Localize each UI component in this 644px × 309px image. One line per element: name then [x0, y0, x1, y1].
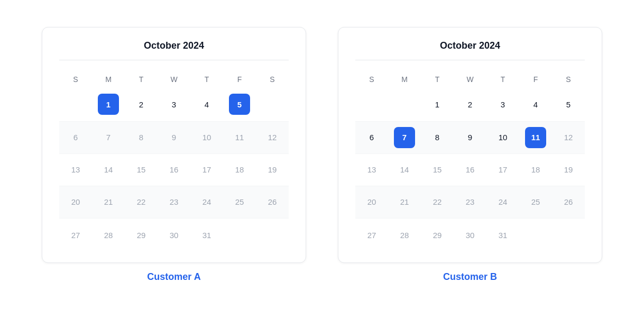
day-of-week-header: F — [519, 71, 552, 88]
calendar-day-cell[interactable]: 25 — [519, 186, 552, 218]
calendar-day-cell[interactable]: 6 — [355, 121, 388, 153]
calendar-day-cell[interactable]: 16 — [454, 153, 486, 186]
calendars-container: October 2024SMTWTFS123456789101112131415… — [0, 16, 644, 293]
calendar-day-cell[interactable]: 1 — [421, 88, 454, 122]
calendar-day-cell[interactable]: 1 — [92, 88, 125, 122]
calendar-day-cell[interactable]: 29 — [125, 218, 158, 252]
day-of-week-header: W — [454, 71, 486, 88]
calendar-day-cell[interactable]: 20 — [355, 186, 388, 218]
calendar-a-customer-label: Customer A — [147, 271, 200, 283]
day-of-week-header: S — [355, 71, 388, 88]
calendar-b-grid: SMTWTFS123456789101112131415161718192021… — [355, 71, 585, 252]
calendar-day-cell[interactable]: 18 — [223, 153, 256, 186]
calendar-day-cell[interactable]: 31 — [190, 218, 223, 252]
day-of-week-header: T — [125, 71, 158, 88]
calendar-day-cell[interactable]: 10 — [486, 121, 519, 153]
calendar-b-customer-label: Customer B — [443, 271, 497, 283]
calendar-day-cell[interactable]: 15 — [125, 153, 158, 186]
calendar-day-cell[interactable]: 7 — [388, 121, 421, 153]
calendar-a-header: October 2024 — [59, 40, 289, 60]
calendar-day-cell[interactable]: 30 — [158, 218, 190, 252]
calendar-day-cell[interactable]: 17 — [190, 153, 223, 186]
calendar-day-cell[interactable]: 11 — [519, 121, 552, 153]
calendar-day-cell[interactable]: 15 — [421, 153, 454, 186]
calendar-day-cell[interactable]: 24 — [486, 186, 519, 218]
calendar-day-cell[interactable]: 16 — [158, 153, 190, 186]
calendar-day-cell[interactable]: 8 — [421, 121, 454, 153]
calendar-day-cell[interactable]: 29 — [421, 218, 454, 252]
calendar-day-cell[interactable]: 3 — [158, 88, 190, 122]
calendar-day-cell[interactable]: 22 — [125, 186, 158, 218]
day-of-week-header: F — [223, 71, 256, 88]
calendar-a-grid: SMTWTFS123456789101112131415161718192021… — [59, 71, 289, 252]
calendar-day-cell — [223, 218, 256, 252]
calendar-day-cell[interactable]: 23 — [454, 186, 486, 218]
calendar-day-cell — [59, 88, 92, 122]
calendar-day-cell[interactable]: 27 — [355, 218, 388, 252]
calendar-day-cell[interactable]: 19 — [256, 153, 289, 186]
calendar-day-cell[interactable]: 14 — [388, 153, 421, 186]
calendar-day-cell[interactable]: 12 — [552, 121, 585, 153]
calendar-day-cell — [355, 88, 388, 122]
calendar-day-cell[interactable]: 21 — [92, 186, 125, 218]
calendar-day-cell[interactable]: 18 — [519, 153, 552, 186]
day-of-week-header: W — [158, 71, 190, 88]
day-of-week-header: S — [552, 71, 585, 88]
calendar-day-cell[interactable]: 23 — [158, 186, 190, 218]
calendar-day-cell[interactable]: 28 — [92, 218, 125, 252]
calendar-day-cell — [388, 88, 421, 122]
calendar-day-cell[interactable]: 2 — [454, 88, 486, 122]
calendar-day-cell[interactable]: 22 — [421, 186, 454, 218]
calendar-day-cell[interactable]: 24 — [190, 186, 223, 218]
calendar-a: October 2024SMTWTFS123456789101112131415… — [42, 27, 306, 263]
calendar-day-cell[interactable]: 5 — [223, 88, 256, 122]
day-of-week-header: T — [421, 71, 454, 88]
calendar-day-cell[interactable]: 10 — [190, 121, 223, 153]
calendar-day-cell[interactable]: 4 — [519, 88, 552, 122]
calendar-day-cell[interactable]: 8 — [125, 121, 158, 153]
calendar-day-cell[interactable]: 11 — [223, 121, 256, 153]
calendar-day-cell[interactable]: 9 — [454, 121, 486, 153]
calendar-day-cell[interactable]: 28 — [388, 218, 421, 252]
day-of-week-header: S — [256, 71, 289, 88]
day-of-week-header: S — [59, 71, 92, 88]
calendar-wrapper-calendar-b: October 2024SMTWTFS123456789101112131415… — [338, 27, 602, 283]
calendar-day-cell[interactable]: 25 — [223, 186, 256, 218]
calendar-day-cell[interactable]: 12 — [256, 121, 289, 153]
calendar-day-cell[interactable]: 13 — [59, 153, 92, 186]
calendar-b-header: October 2024 — [355, 40, 585, 60]
calendar-day-cell[interactable]: 5 — [552, 88, 585, 122]
calendar-day-cell[interactable]: 26 — [552, 186, 585, 218]
day-of-week-header: M — [388, 71, 421, 88]
calendar-day-cell[interactable]: 3 — [486, 88, 519, 122]
calendar-day-cell[interactable]: 31 — [486, 218, 519, 252]
calendar-day-cell — [256, 88, 289, 122]
day-of-week-header: M — [92, 71, 125, 88]
calendar-day-cell[interactable]: 14 — [92, 153, 125, 186]
day-of-week-header: T — [486, 71, 519, 88]
calendar-day-cell[interactable]: 21 — [388, 186, 421, 218]
calendar-day-cell[interactable]: 30 — [454, 218, 486, 252]
calendar-day-cell[interactable]: 4 — [190, 88, 223, 122]
calendar-wrapper-calendar-a: October 2024SMTWTFS123456789101112131415… — [42, 27, 306, 283]
calendar-day-cell[interactable]: 26 — [256, 186, 289, 218]
calendar-day-cell[interactable]: 2 — [125, 88, 158, 122]
calendar-day-cell[interactable]: 27 — [59, 218, 92, 252]
calendar-day-cell[interactable]: 20 — [59, 186, 92, 218]
calendar-day-cell[interactable]: 9 — [158, 121, 190, 153]
calendar-day-cell[interactable]: 13 — [355, 153, 388, 186]
calendar-day-cell — [256, 218, 289, 252]
calendar-day-cell[interactable]: 6 — [59, 121, 92, 153]
calendar-day-cell[interactable]: 17 — [486, 153, 519, 186]
calendar-day-cell — [519, 218, 552, 252]
calendar-day-cell[interactable]: 19 — [552, 153, 585, 186]
calendar-day-cell — [552, 218, 585, 252]
calendar-day-cell[interactable]: 7 — [92, 121, 125, 153]
calendar-b: October 2024SMTWTFS123456789101112131415… — [338, 27, 602, 263]
day-of-week-header: T — [190, 71, 223, 88]
